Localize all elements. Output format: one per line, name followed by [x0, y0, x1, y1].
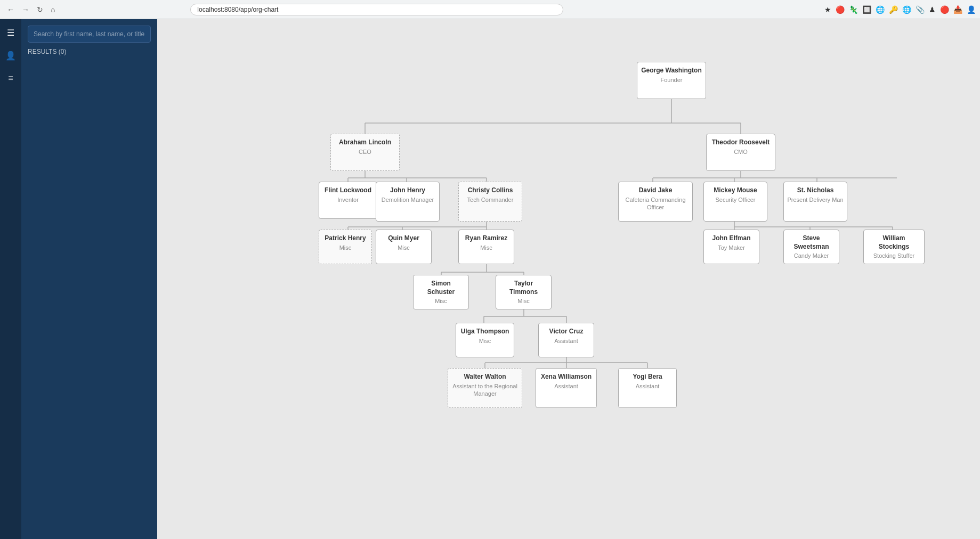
node-victor[interactable]: Victor Cruz Assistant [538, 323, 594, 357]
node-john-elfman[interactable]: John Elfman Toy Maker [703, 230, 759, 264]
node-xena-title: Assistant [539, 382, 593, 390]
people-icon[interactable]: 👤 [3, 48, 18, 63]
node-ulga-name: Ulga Thompson [459, 328, 511, 336]
node-yogi[interactable]: Yogi Bera Assistant [618, 368, 677, 408]
node-steve[interactable]: Steve Sweetsman Candy Maker [783, 230, 839, 264]
node-abraham-title: CEO [334, 148, 396, 156]
node-john-henry-name: John Henry [379, 186, 436, 195]
refresh-button[interactable]: ↻ [34, 4, 46, 15]
node-quin[interactable]: Quin Myer Misc [376, 230, 432, 264]
node-st-nicholas-title: Present Delivery Man [787, 196, 844, 203]
node-john-elfman-name: John Elfman [707, 234, 756, 243]
node-steve-title: Candy Maker [787, 252, 836, 259]
node-ulga-title: Misc [459, 337, 511, 345]
menu-icon[interactable]: ☰ [5, 26, 17, 40]
browser-right-icons: ★🔴🦎🔲🌐 🔑🌐📎♟🔴 📥👤 [824, 5, 976, 14]
node-taylor[interactable]: Taylor Timmons Misc [496, 275, 552, 309]
node-quin-title: Misc [379, 244, 428, 251]
home-button[interactable]: ⌂ [48, 4, 58, 15]
node-john-elfman-title: Toy Maker [707, 244, 756, 251]
node-flint-title: Inventor [322, 196, 374, 203]
forward-button[interactable]: → [19, 4, 32, 15]
node-simon-title: Misc [417, 297, 465, 305]
node-george-name: George Washington [641, 67, 702, 75]
node-yogi-name: Yogi Bera [622, 373, 673, 381]
node-david-name: David Jake [622, 186, 689, 195]
node-theodor[interactable]: Theodor Roosevelt CMO [706, 134, 775, 171]
app-container: ☰ 👤 ≡ RESULTS (0) [0, 19, 980, 539]
list-icon[interactable]: ≡ [6, 71, 15, 85]
sidebar-icons: ☰ 👤 ≡ [0, 19, 21, 539]
node-taylor-name: Taylor Timmons [499, 280, 548, 296]
node-steve-name: Steve Sweetsman [787, 234, 836, 251]
node-george-title: Founder [641, 76, 702, 84]
node-theodor-title: CMO [710, 148, 772, 156]
sidebar-panel: RESULTS (0) [21, 19, 157, 539]
node-patrick[interactable]: Patrick Henry Misc [319, 230, 372, 264]
node-flint-name: Flint Lockwood [322, 186, 374, 195]
node-mickey-name: Mickey Mouse [707, 186, 764, 195]
node-xena-name: Xena Williamson [539, 373, 593, 381]
node-ryan-name: Ryan Ramirez [462, 234, 511, 243]
node-st-nicholas[interactable]: St. Nicholas Present Delivery Man [783, 182, 847, 222]
node-william-title: Stocking Stuffer [867, 252, 921, 259]
node-victor-name: Victor Cruz [542, 328, 590, 336]
node-mickey-title: Security Officer [707, 196, 764, 203]
node-walter-title: Assistant to the Regional Manager [451, 382, 519, 398]
back-button[interactable]: ← [4, 4, 17, 15]
node-ulga[interactable]: Ulga Thompson Misc [456, 323, 514, 357]
address-bar[interactable]: localhost:8080/app/org-chart [190, 4, 563, 15]
org-chart: George Washington Founder Abraham Lincol… [168, 30, 967, 456]
node-christy-name: Christy Collins [462, 186, 519, 195]
node-taylor-title: Misc [499, 297, 548, 305]
node-quin-name: Quin Myer [379, 234, 428, 243]
node-david-title: Cafeteria Commanding Officer [622, 196, 689, 211]
node-yogi-title: Assistant [622, 382, 673, 390]
node-st-nicholas-name: St. Nicholas [787, 186, 844, 195]
node-victor-title: Assistant [542, 337, 590, 345]
node-abraham[interactable]: Abraham Lincoln CEO [330, 134, 400, 171]
main-content[interactable]: George Washington Founder Abraham Lincol… [157, 19, 980, 539]
node-patrick-title: Misc [322, 244, 368, 251]
search-input[interactable] [28, 26, 151, 43]
node-patrick-name: Patrick Henry [322, 234, 368, 243]
node-walter-name: Walter Walton [451, 373, 519, 381]
node-abraham-name: Abraham Lincoln [334, 138, 396, 147]
node-flint[interactable]: Flint Lockwood Inventor [319, 182, 377, 219]
node-john-henry[interactable]: John Henry Demolition Manager [376, 182, 440, 222]
node-ryan[interactable]: Ryan Ramirez Misc [458, 230, 514, 264]
node-william-name: William Stockings [867, 234, 921, 251]
node-david[interactable]: David Jake Cafeteria Commanding Officer [618, 182, 693, 222]
sidebar: ☰ 👤 ≡ RESULTS (0) [0, 19, 157, 539]
node-ryan-title: Misc [462, 244, 511, 251]
node-mickey[interactable]: Mickey Mouse Security Officer [703, 182, 767, 222]
results-label: RESULTS (0) [28, 48, 151, 55]
browser-nav[interactable]: ← → ↻ ⌂ [4, 4, 58, 15]
node-john-henry-title: Demolition Manager [379, 196, 436, 203]
sidebar-inner: ☰ 👤 ≡ RESULTS (0) [0, 19, 157, 539]
node-simon[interactable]: Simon Schuster Misc [413, 275, 469, 309]
node-christy-title: Tech Commander [462, 196, 519, 203]
node-william[interactable]: William Stockings Stocking Stuffer [863, 230, 925, 264]
node-xena[interactable]: Xena Williamson Assistant [536, 368, 597, 408]
node-george[interactable]: George Washington Founder [637, 62, 706, 99]
node-walter[interactable]: Walter Walton Assistant to the Regional … [448, 368, 522, 408]
node-theodor-name: Theodor Roosevelt [710, 138, 772, 147]
node-simon-name: Simon Schuster [417, 280, 465, 296]
browser-chrome: ← → ↻ ⌂ localhost:8080/app/org-chart ★🔴🦎… [0, 0, 980, 19]
node-christy[interactable]: Christy Collins Tech Commander [458, 182, 522, 222]
